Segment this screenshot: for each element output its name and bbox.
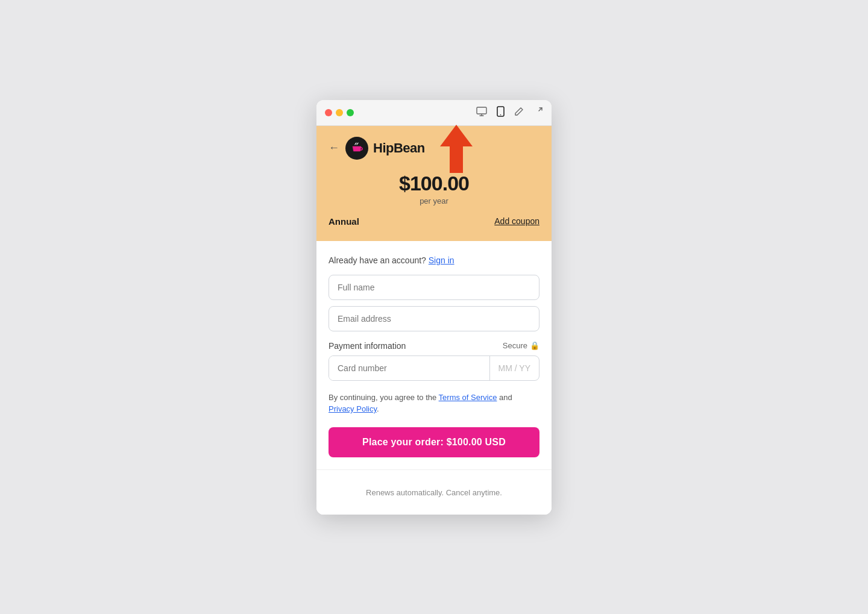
- secure-text: Secure: [503, 341, 527, 350]
- traffic-lights: [325, 109, 354, 116]
- account-row: Already have an account? Sign in: [329, 255, 539, 265]
- place-order-button[interactable]: Place your order: $100.00 USD: [329, 427, 539, 457]
- privacy-policy-link[interactable]: Privacy Policy: [329, 404, 377, 413]
- expand-icon[interactable]: [533, 107, 543, 119]
- browser-toolbar-icons: [476, 106, 543, 119]
- terms-middle: and: [497, 393, 512, 402]
- price-amount: $100.00: [329, 172, 539, 195]
- terms-text: By continuing, you agree to the Terms of…: [329, 392, 539, 415]
- account-text: Already have an account?: [329, 255, 426, 265]
- terms-of-service-link[interactable]: Terms of Service: [439, 393, 497, 402]
- header-section: ← HipBean $100.00 per year Annual: [316, 126, 552, 241]
- footer-section: Renews automatically. Cancel anytime.: [316, 469, 552, 515]
- desktop-icon[interactable]: [476, 107, 487, 119]
- renew-text: Renews automatically. Cancel anytime.: [366, 488, 502, 497]
- sign-in-link[interactable]: Sign in: [429, 255, 454, 265]
- price-section: $100.00 per year: [329, 172, 539, 205]
- page-content: ← HipBean $100.00 per year Annual: [316, 126, 552, 515]
- header-top: ← HipBean: [329, 137, 539, 160]
- mobile-icon[interactable]: [497, 106, 505, 119]
- form-section: Already have an account? Sign in Payment…: [316, 241, 552, 469]
- plan-label: Annual: [329, 216, 359, 227]
- traffic-light-yellow[interactable]: [336, 109, 343, 116]
- svg-point-4: [500, 114, 502, 115]
- terms-prefix: By continuing, you agree to the: [329, 393, 439, 402]
- browser-window: ← HipBean $100.00 per year Annual: [316, 100, 552, 515]
- lock-icon: 🔒: [530, 341, 539, 350]
- browser-chrome: [316, 100, 552, 126]
- payment-label-row: Payment information Secure 🔒: [329, 341, 539, 351]
- add-coupon-link[interactable]: Add coupon: [494, 216, 539, 226]
- terms-suffix: .: [377, 404, 379, 413]
- price-period: per year: [329, 196, 539, 205]
- traffic-light-red[interactable]: [325, 109, 332, 116]
- brand-name: HipBean: [373, 140, 425, 156]
- secure-badge: Secure 🔒: [503, 341, 539, 350]
- svg-rect-0: [477, 107, 486, 114]
- brand-logo: [345, 137, 368, 160]
- traffic-light-green[interactable]: [347, 109, 354, 116]
- card-expiry: MM / YY: [489, 356, 539, 380]
- back-button[interactable]: ←: [329, 142, 339, 154]
- card-number-input[interactable]: [329, 356, 489, 380]
- plan-row: Annual Add coupon: [329, 216, 539, 227]
- payment-label: Payment information: [329, 341, 406, 351]
- full-name-input[interactable]: [329, 275, 539, 300]
- card-row: MM / YY: [329, 356, 539, 381]
- pen-icon[interactable]: [514, 107, 524, 119]
- email-input[interactable]: [329, 306, 539, 331]
